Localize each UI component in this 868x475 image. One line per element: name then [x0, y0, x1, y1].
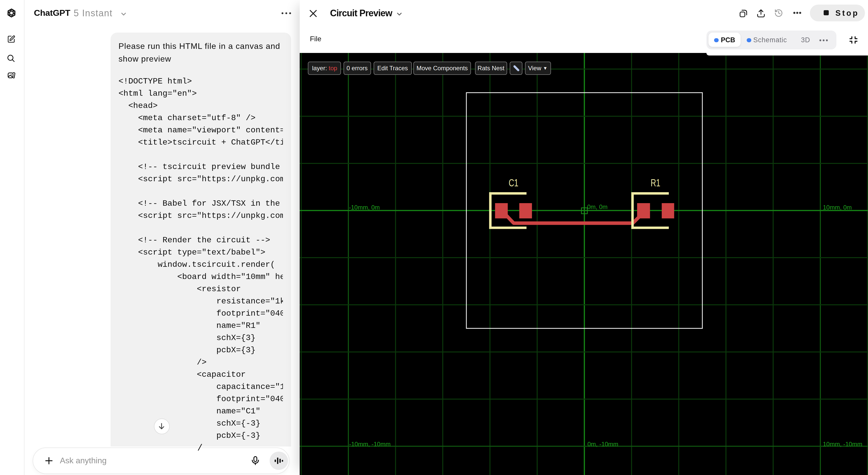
svg-text:R1: R1: [651, 177, 660, 189]
svg-text:0m, -10mm: 0m, -10mm: [587, 441, 618, 447]
svg-text:0m, 0m: 0m, 0m: [587, 203, 608, 210]
svg-text:10mm, -10mm: 10mm, -10mm: [823, 441, 862, 447]
svg-text:10mm, 0m: 10mm, 0m: [823, 204, 852, 211]
svg-text:-10mm, -10mm: -10mm, -10mm: [349, 441, 391, 447]
svg-text:-10mm, 0m: -10mm, 0m: [349, 204, 380, 211]
svg-text:C1: C1: [509, 177, 518, 189]
